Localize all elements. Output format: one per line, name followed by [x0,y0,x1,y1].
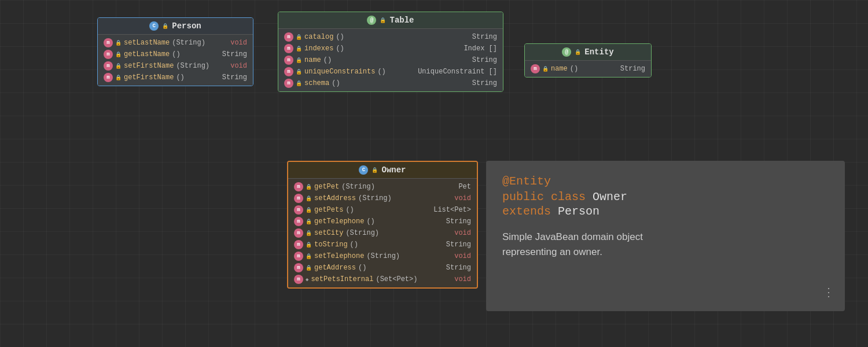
person-row-3: m 🔒 getFirstName () String [98,72,253,83]
entity-row-0: m 🔒 name () String [525,63,651,75]
person-title: Person [172,21,201,31]
person-row-0: m 🔒 setLastName (String) void [98,37,253,49]
owner-row-3: m 🔒 getTelephone () String [288,216,477,227]
owner-row-0: m 🔒 getPet (String) Pet [288,181,477,193]
info-annotation: @Entity [502,175,829,188]
owner-row-5: m 🔒 toString () String [288,239,477,250]
info-three-dots-button[interactable]: ⋮ [823,285,836,300]
card-owner-header: C 🔒 Owner [288,162,477,179]
card-table-body: m 🔒 catalog () String m 🔒 indexes () Ind… [278,29,503,91]
table-title: Table [389,16,414,25]
table-row-0: m 🔒 catalog () String [278,31,503,43]
owner-row-8: m ◆ setPetsInternal (Set<Pet>) void [288,274,477,285]
person-row-2: m 🔒 setFirstName (String) void [98,60,253,72]
card-entity[interactable]: @ 🔒 Entity m 🔒 name () String [524,43,652,77]
owner-row-1: m 🔒 setAddress (String) void [288,193,477,204]
entity-title: Entity [584,47,613,57]
card-table[interactable]: @ 🔒 Table m 🔒 catalog () String m 🔒 inde… [278,12,503,92]
card-person[interactable]: C 🔒 Person m 🔒 setLastName (String) void… [97,17,253,86]
person-badge: C [149,21,159,31]
info-description: Simple JavaBean domain objectrepresentin… [502,230,829,259]
person-lock-icon: 🔒 [162,23,168,29]
table-row-3: m 🔒 uniqueConstraints () UniqueConstrain… [278,66,503,77]
card-table-header: @ 🔒 Table [278,12,503,29]
table-row-2: m 🔒 name () String [278,54,503,66]
owner-title: Owner [381,165,406,175]
card-person-body: m 🔒 setLastName (String) void m 🔒 getLas… [98,35,253,86]
card-entity-header: @ 🔒 Entity [525,44,651,61]
info-code-line1: public class Owner [502,190,829,204]
person-row-1: m 🔒 getLastName () String [98,49,253,60]
card-entity-body: m 🔒 name () String [525,61,651,77]
card-owner-body: m 🔒 getPet (String) Pet m 🔒 setAddress (… [288,179,477,287]
table-row-4: m 🔒 schema () String [278,77,503,89]
card-person-header: C 🔒 Person [98,18,253,35]
owner-row-4: m 🔒 setCity (String) void [288,227,477,239]
table-row-1: m 🔒 indexes () Index [] [278,43,503,54]
owner-row-2: m 🔒 getPets () List<Pet> [288,204,477,216]
entity-badge: @ [562,47,571,57]
table-badge: @ [367,16,376,25]
diagram-canvas: C 🔒 Person m 🔒 setLastName (String) void… [0,0,868,347]
card-owner[interactable]: C 🔒 Owner m 🔒 getPet (String) Pet m 🔒 se… [287,161,478,289]
info-code-line2: extends Person [502,205,829,218]
owner-row-7: m 🔒 getAddress () String [288,262,477,274]
info-panel: @Entity public class Owner extends Perso… [486,161,845,311]
owner-badge: C [359,165,368,175]
owner-row-6: m 🔒 setTelephone (String) void [288,250,477,262]
